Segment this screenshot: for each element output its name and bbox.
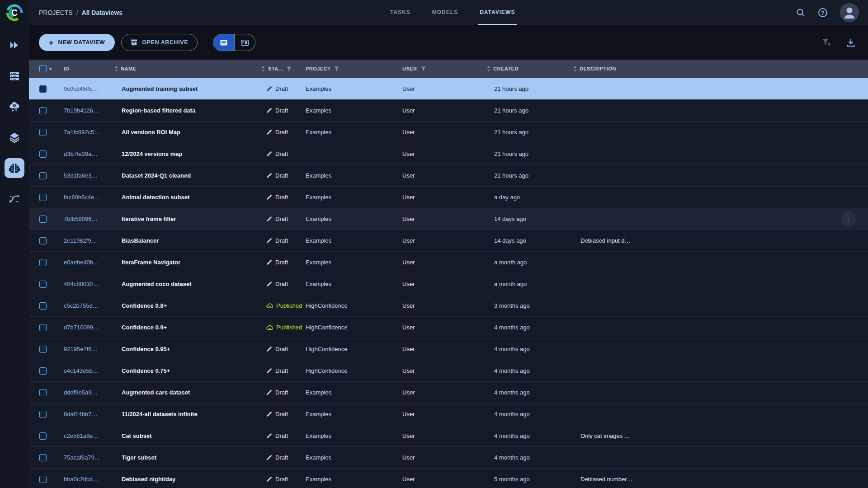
table-view-toggle[interactable] — [213, 34, 234, 51]
table-row[interactable]: 92195e7f6… Confidence 0.95+ Draft HighCo… — [29, 338, 868, 360]
table-row[interactable]: e0aebe40b… IteraFrame Navigator Draft Ex… — [29, 251, 868, 273]
sidebar-item-datasets[interactable] — [5, 127, 24, 147]
column-header-name[interactable]: NAME — [114, 60, 260, 78]
table-row[interactable]: c4c143e5b… Confidence 0.75+ Draft HighCo… — [29, 360, 868, 381]
row-checkbox[interactable] — [39, 194, 47, 201]
sort-icon[interactable] — [261, 66, 265, 71]
open-archive-button[interactable]: OPEN ARCHIVE — [121, 34, 198, 51]
column-header-id[interactable]: ID — [56, 60, 114, 78]
row-checkbox[interactable] — [39, 237, 47, 244]
tab-tasks[interactable]: TASKS — [388, 0, 412, 25]
row-name: Augmented training subset — [114, 85, 260, 92]
help-icon[interactable]: ? — [817, 7, 828, 18]
table-row[interactable]: 404c88030… Augmented coco dataset Draft … — [29, 273, 868, 295]
row-checkbox[interactable] — [39, 367, 47, 375]
table-row[interactable]: d3b7fe39a… 12/2024 versions map Draft Us… — [29, 143, 868, 164]
filter-funnel-icon[interactable] — [421, 66, 426, 71]
sort-icon[interactable] — [114, 66, 118, 71]
row-id-link[interactable]: 8daf14bb7… — [56, 411, 114, 418]
download-icon[interactable] — [846, 38, 855, 47]
column-header-status[interactable]: STA… — [260, 60, 298, 78]
row-id-link[interactable]: c5c2b755d… — [56, 302, 114, 309]
filter-funnel-icon[interactable] — [334, 66, 339, 71]
row-id-link[interactable]: e0aebe40b… — [56, 259, 114, 266]
tab-models[interactable]: MODELS — [430, 0, 460, 25]
row-id-link[interactable]: 404c88030… — [56, 281, 114, 287]
row-id-link[interactable]: 0c0cd450c… — [56, 85, 114, 92]
table-row[interactable]: c5c2b755d… Confidence 0.8+ Published Hig… — [29, 295, 868, 316]
row-id-link[interactable]: dddf9e5a9… — [56, 389, 114, 396]
table-row[interactable]: 2e11982f9… BiasBalancer Draft Examples U… — [29, 230, 868, 251]
filter-funnel-icon[interactable] — [287, 66, 292, 71]
table-row[interactable]: d7b710099… Confidence 0.9+ Published Hig… — [29, 316, 868, 338]
sort-icon[interactable] — [487, 66, 491, 71]
column-header-project[interactable]: PROJECT — [298, 60, 396, 78]
table-row[interactable]: 75acaf6a79… Tiger subset Draft Examples … — [29, 446, 868, 468]
row-id-link[interactable]: 92195e7f6… — [56, 346, 114, 352]
row-checkbox[interactable] — [39, 107, 47, 114]
row-checkbox[interactable] — [39, 389, 47, 396]
table-row[interactable]: bba0c2dcd… Debiased night/day Draft Exam… — [29, 468, 868, 488]
row-checkbox[interactable] — [39, 324, 47, 331]
new-dataview-button[interactable]: + NEW DATAVIEW — [39, 34, 115, 51]
table-row[interactable]: 0c0cd450c… Augmented training subset Dra… — [29, 78, 868, 99]
user-avatar[interactable] — [840, 3, 859, 22]
sidebar-item-serving[interactable] — [5, 97, 24, 117]
table-row[interactable]: 7a1fc892c5… All versions ROI Map Draft E… — [29, 121, 868, 143]
table-row[interactable]: c2e581a9e… Cat subset Draft Examples Use… — [29, 425, 868, 446]
row-checkbox[interactable] — [39, 454, 47, 461]
table-row[interactable]: 53d1fa6e3… Dataset 2024-Q1 cleaned Draft… — [29, 164, 868, 186]
sidebar-item-workers-queues[interactable] — [5, 66, 24, 86]
tab-dataviews[interactable]: DATAVIEWS — [478, 0, 517, 25]
row-id-link[interactable]: 2e11982f9… — [56, 237, 114, 244]
row-id-link[interactable]: c4c143e5b… — [56, 367, 114, 374]
table-row[interactable]: 8daf14bb7… 11/2024-all datasets infinite… — [29, 403, 868, 425]
column-label-name: NAME — [121, 66, 136, 71]
row-id-link[interactable]: 75acaf6a79… — [56, 454, 114, 461]
row-checkbox[interactable] — [39, 432, 47, 440]
row-name: Debiased night/day — [114, 476, 260, 483]
row-id-link[interactable]: 7a1fc892c5… — [56, 129, 114, 136]
row-checkbox[interactable] — [39, 346, 47, 353]
row-checkbox[interactable] — [39, 129, 47, 136]
row-id-link[interactable]: c2e581a9e… — [56, 432, 114, 439]
row-checkbox[interactable] — [39, 259, 47, 266]
row-id-link[interactable]: 7bfb59096… — [56, 216, 114, 222]
column-header-created[interactable]: CREATED — [486, 60, 573, 78]
row-id-link[interactable]: fac60b6c4e… — [56, 194, 114, 201]
select-all-checkbox[interactable] — [39, 65, 47, 72]
row-checkbox[interactable] — [39, 302, 47, 310]
sidebar-item-hyperdatasets-active[interactable] — [5, 158, 24, 178]
row-checkbox[interactable] — [39, 85, 47, 93]
select-menu-caret-icon[interactable]: ▾ — [49, 66, 52, 71]
table-row[interactable]: dddf9e5a9… Augmented cars dataset Draft … — [29, 381, 868, 403]
column-header-user[interactable]: USER — [396, 60, 486, 78]
row-id-link[interactable]: 7b19b4126… — [56, 107, 114, 114]
sidebar-item-projects[interactable] — [5, 35, 24, 55]
row-status: Draft — [260, 216, 298, 222]
row-id-link[interactable]: 53d1fa6e3… — [56, 172, 114, 179]
table-row[interactable]: 7b19b4126… Region-based filtered data Dr… — [29, 99, 868, 121]
sort-icon[interactable] — [573, 66, 577, 71]
breadcrumb-projects-link[interactable]: PROJECTS — [39, 9, 73, 16]
split-view-toggle[interactable] — [234, 34, 255, 51]
row-checkbox[interactable] — [39, 172, 47, 179]
row-actions-kebab-icon[interactable]: ⋮ — [841, 211, 856, 227]
clear-filters-icon[interactable] — [822, 38, 831, 47]
row-checkbox[interactable] — [39, 216, 47, 223]
row-checkbox[interactable] — [39, 476, 47, 483]
row-created: a month ago — [486, 281, 573, 287]
clearml-logo[interactable]: C — [0, 0, 29, 25]
table-row[interactable]: fac60b6c4e… Animal detection subset Draf… — [29, 186, 868, 208]
sidebar-item-pipelines[interactable] — [5, 189, 24, 209]
search-icon[interactable] — [796, 8, 806, 18]
table-row[interactable]: 7bfb59096… Iterative frame filter Draft … — [29, 208, 868, 230]
row-id-link[interactable]: d7b710099… — [56, 324, 114, 331]
row-id-link[interactable]: bba0c2dcd… — [56, 476, 114, 483]
row-checkbox[interactable] — [39, 281, 47, 288]
row-checkbox[interactable] — [39, 150, 47, 158]
column-header-description[interactable]: DESCRIPTION — [573, 60, 868, 78]
row-checkbox[interactable] — [39, 411, 47, 418]
draft-pencil-icon — [266, 194, 272, 200]
row-id-link[interactable]: d3b7fe39a… — [56, 150, 114, 157]
